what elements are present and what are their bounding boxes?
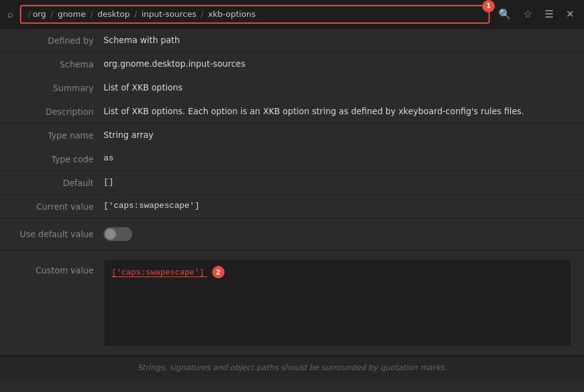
custom-value-label: Custom value — [12, 259, 94, 275]
schema-value: org.gnome.desktop.input-sources — [104, 59, 572, 69]
defined-by-label: Defined by — [12, 35, 94, 46]
bookmark-button[interactable]: ☆ — [518, 4, 537, 24]
main-content: Defined by Schema with path Schema org.g… — [0, 29, 584, 356]
custom-value-editor[interactable]: ['caps:swapescape'] 2 — [104, 259, 572, 346]
type-code-row: Type code as — [0, 147, 584, 171]
search-button[interactable]: 🔍 — [494, 4, 516, 24]
breadcrumb-xkb-options[interactable]: xkb-options — [208, 9, 255, 19]
custom-value-text-wrapper: ['caps:swapescape'] — [112, 267, 207, 277]
header-actions: 🔍 ☆ ☰ ✕ — [494, 4, 579, 24]
default-label: Default — [12, 177, 94, 188]
footer-note: Strings, signatures and object paths sho… — [0, 356, 584, 378]
header-bar: ⌕ / org / gnome / desktop / input-source… — [0, 0, 584, 29]
breadcrumb-sep-4: / — [198, 9, 207, 19]
description-label: Description — [12, 106, 94, 117]
badge-2: 2 — [212, 266, 225, 278]
summary-value: List of XKB options — [104, 82, 572, 92]
badge-1: 1 — [482, 0, 495, 12]
type-code-label: Type code — [12, 154, 94, 164]
description-row: Description List of XKB options. Each op… — [0, 100, 584, 124]
breadcrumb-sep-3: / — [132, 9, 140, 19]
breadcrumb-root-sep: / — [28, 9, 31, 19]
current-value-row: Current value ['caps:swapescape'] — [0, 195, 584, 218]
custom-value-row: Custom value ['caps:swapescape'] 2 — [0, 250, 584, 356]
use-default-row: Use default value — [0, 218, 584, 250]
info-section: Defined by Schema with path Schema org.g… — [0, 29, 584, 218]
search-icon: ⌕ — [5, 6, 16, 22]
footer-note-text: Strings, signatures and object paths sho… — [137, 363, 447, 372]
type-name-label: Type name — [12, 130, 94, 140]
schema-row: Schema org.gnome.desktop.input-sources — [0, 52, 584, 76]
default-row: Default [] — [0, 171, 584, 195]
summary-row: Summary List of XKB options — [0, 76, 584, 100]
current-value-value: ['caps:swapescape'] — [104, 201, 572, 210]
breadcrumb[interactable]: / org / gnome / desktop / input-sources … — [20, 5, 490, 24]
description-value: List of XKB options. Each option is an X… — [104, 106, 572, 116]
toggle-knob — [105, 228, 116, 240]
breadcrumb-gnome[interactable]: gnome — [57, 9, 85, 19]
breadcrumb-sep-2: / — [87, 9, 95, 19]
summary-label: Summary — [12, 82, 94, 93]
breadcrumb-desktop[interactable]: desktop — [97, 9, 130, 19]
defined-by-value: Schema with path — [104, 35, 572, 45]
close-button[interactable]: ✕ — [561, 4, 579, 24]
defined-by-row: Defined by Schema with path — [0, 29, 584, 52]
schema-label: Schema — [12, 59, 94, 69]
menu-button[interactable]: ☰ — [540, 4, 558, 24]
breadcrumb-org[interactable]: org — [32, 9, 46, 19]
type-name-row: Type name String array — [0, 124, 584, 147]
use-default-label: Use default value — [12, 229, 94, 239]
breadcrumb-sep-1: / — [48, 9, 56, 19]
type-code-value: as — [104, 154, 572, 163]
current-value-label: Current value — [12, 201, 94, 212]
default-value: [] — [104, 177, 572, 187]
use-default-toggle[interactable] — [104, 227, 132, 241]
type-name-value: String array — [104, 130, 572, 140]
breadcrumb-input-sources[interactable]: input-sources — [142, 9, 197, 19]
custom-value-text: ['caps:swapescape'] — [112, 268, 204, 277]
